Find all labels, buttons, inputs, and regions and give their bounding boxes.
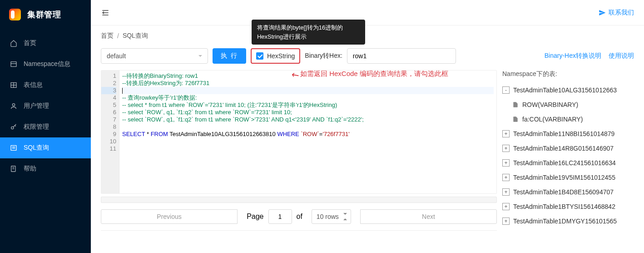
breadcrumb-home[interactable]: 首页 [101,32,114,40]
tree-sibling-5[interactable]: +TestAdminTable1BTYSI1561468842 [502,199,634,214]
table-tree: Namespace下的表: -TestAdminTable10ALG315610… [502,70,634,231]
tree-sibling-2[interactable]: +TestAdminTable16LC241561016634 [502,156,634,170]
tree-sibling-6[interactable]: +TestAdminTable1DMYGY156101565 [502,214,634,228]
list-icon [10,61,17,68]
annotation-text: ↖ 如需返回 HexCode 编码的查询结果，请勾选此框 [291,68,448,79]
tree-sibling-4[interactable]: +TestAdminTable1B4D8E156094707 [502,185,634,199]
expand-icon[interactable]: + [502,159,510,167]
logo-icon [9,9,21,20]
tree-leaf-1[interactable]: fa:COL(VARBINARY) [502,112,634,126]
rows-per-page-select[interactable]: 10 rows [312,209,351,224]
expand-icon[interactable]: + [502,218,510,225]
contact-us-link[interactable]: 联系我们 [599,9,634,17]
expand-icon[interactable]: + [502,188,510,196]
topbar: 联系我们 [91,0,644,25]
logo-bar: 集群管理 [0,0,91,29]
sidebar: 集群管理 首页Namespace信息表信息用户管理权限管理SQL查询帮助 [0,0,91,253]
expand-icon[interactable]: + [502,174,510,181]
editor-gutter: 1234567891011 [101,71,119,193]
binary-to-hex-label: Binary转Hex: [305,52,342,60]
hexstring-checkbox[interactable] [256,52,263,60]
page-input[interactable] [268,209,292,224]
hexstring-label: HexString [267,52,295,60]
collapse-sidebar-button[interactable] [101,8,110,17]
sidebar-item-1[interactable]: Namespace信息 [0,54,91,75]
usage-help-link[interactable]: 使用说明 [609,52,634,60]
tree-root[interactable]: -TestAdminTable10ALG31561012663 [502,83,634,97]
tree-leaf-0[interactable]: ROW(VARBINARY) [502,97,634,112]
next-page-button[interactable]: Next [360,209,497,224]
binary-to-hex-input[interactable] [347,48,456,64]
user-icon [10,102,17,110]
key-icon [10,123,17,131]
sidebar-item-3[interactable]: 用户管理 [0,96,91,116]
horizontal-scrollbar[interactable] [101,197,497,203]
tree-sibling-1[interactable]: +TestAdminTable14R8G0156146907 [502,141,634,156]
sql-icon [10,144,17,152]
sidebar-item-4[interactable]: 权限管理 [0,116,91,137]
namespace-select[interactable]: default [101,48,208,64]
nav-menu: 首页Namespace信息表信息用户管理权限管理SQL查询帮助 [0,29,91,179]
result-pager: Previous Page of 10 rows Next [101,203,497,230]
sidebar-item-2[interactable]: 表信息 [0,75,91,96]
tree-sibling-0[interactable]: +TestAdminTable11N8BI1561014879 [502,126,634,141]
main: 联系我们 首页 / SQL查询 default 执 行 将查询结果的byte[]… [91,0,644,253]
sidebar-item-5[interactable]: SQL查询 [0,137,91,158]
expand-icon[interactable]: + [502,130,510,137]
content: 首页 / SQL查询 default 执 行 将查询结果的byte[]转为16进… [91,25,644,231]
editor-column: 1234567891011 --待转换的BinaryString: row1--… [101,70,497,231]
help-icon [10,165,17,172]
workspace: 1234567891011 --待转换的BinaryString: row1--… [101,70,634,231]
page-label: Page [247,213,263,221]
hexstring-toggle[interactable]: 将查询结果的byte[]转为16进制的HexString进行展示 HexStri… [251,48,300,64]
tree-sibling-3[interactable]: +TestAdminTable19V5IM1561012455 [502,170,634,185]
app-title: 集群管理 [27,9,61,20]
paper-plane-icon [599,9,606,16]
svg-point-6 [11,126,14,129]
controls-row: default 执 行 将查询结果的byte[]转为16进制的HexString… [101,48,634,64]
hexstring-tooltip: 将查询结果的byte[]转为16进制的HexString进行展示 [252,20,365,45]
binary-hex-help-link[interactable]: Binary-Hex转换说明 [545,52,601,60]
of-label: of [297,213,302,221]
expand-icon[interactable]: + [502,203,510,210]
svg-rect-0 [11,62,16,67]
sql-editor[interactable]: 1234567891011 --待转换的BinaryString: row1--… [101,70,497,194]
breadcrumb: 首页 / SQL查询 [101,32,634,40]
sidebar-item-0[interactable]: 首页 [0,33,91,54]
breadcrumb-current: SQL查询 [123,32,148,40]
collapse-icon[interactable]: - [502,86,510,94]
execute-button[interactable]: 执 行 [213,48,246,64]
svg-point-5 [12,104,15,106]
prev-page-button[interactable]: Previous [101,209,238,224]
tree-title: Namespace下的表: [502,70,634,78]
expand-icon[interactable]: + [502,145,510,152]
help-links: Binary-Hex转换说明 使用说明 [545,52,634,60]
table-icon [10,81,17,89]
sidebar-item-6[interactable]: 帮助 [0,158,91,179]
editor-code[interactable]: --待转换的BinaryString: row1--转换后的HexString为… [119,71,496,193]
home-icon [10,40,17,47]
